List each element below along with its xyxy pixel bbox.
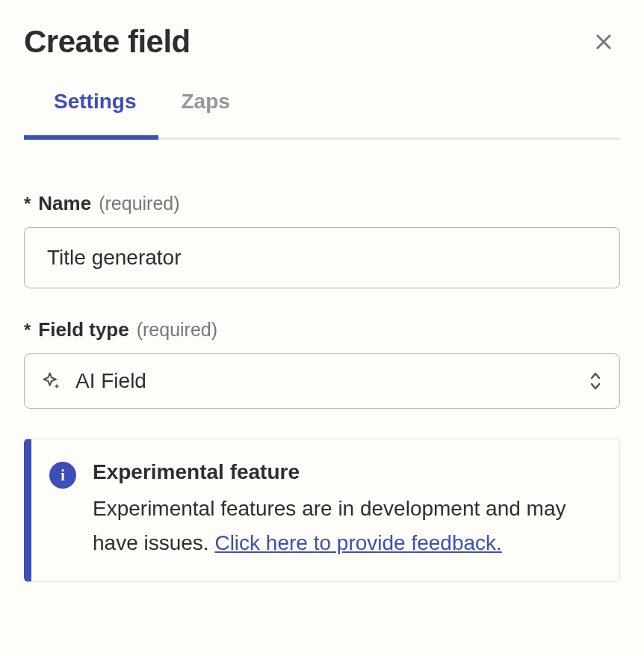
tab-settings[interactable]: Settings — [54, 90, 136, 137]
tabs-container: Settings Zaps — [24, 90, 620, 140]
name-required-hint: (required) — [99, 193, 179, 214]
field-type-select[interactable]: AI Field — [24, 353, 620, 409]
experimental-callout: i Experimental feature Experimental feat… — [24, 439, 620, 582]
callout-text: Experimental features are in development… — [93, 492, 597, 560]
name-label-row: * Name (required) — [24, 192, 620, 215]
close-button[interactable] — [587, 25, 620, 58]
required-asterisk: * — [24, 194, 31, 214]
callout-content: Experimental feature Experimental featur… — [93, 460, 597, 560]
name-label: Name — [38, 192, 91, 215]
tab-active-indicator — [24, 135, 158, 140]
field-type-label: Field type — [38, 318, 129, 341]
required-asterisk: * — [24, 320, 31, 341]
field-type-value: AI Field — [75, 369, 575, 393]
feedback-link[interactable]: Click here to provide feedback. — [214, 531, 501, 554]
name-input[interactable] — [24, 227, 620, 288]
modal-header: Create field — [24, 24, 620, 60]
chevron-updown-icon — [588, 371, 603, 392]
sparkle-icon — [41, 371, 62, 392]
callout-title: Experimental feature — [93, 460, 597, 484]
form-group-name: * Name (required) — [24, 192, 620, 288]
tab-zaps[interactable]: Zaps — [181, 90, 229, 137]
field-type-label-row: * Field type (required) — [24, 318, 620, 341]
info-icon: i — [49, 462, 76, 489]
form-group-field-type: * Field type (required) AI Field — [24, 318, 620, 409]
page-title: Create field — [24, 24, 191, 60]
close-icon — [593, 31, 614, 52]
field-type-required-hint: (required) — [137, 319, 217, 341]
